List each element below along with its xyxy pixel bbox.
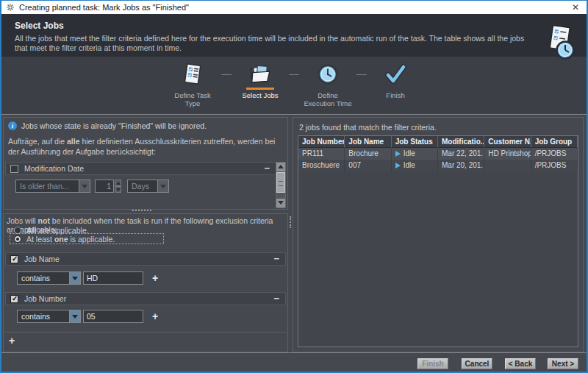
date-value-spinner[interactable] (95, 180, 121, 193)
job-name-operator-dropdown[interactable]: contains (17, 271, 81, 285)
matching-jobs-panel: 2 jobs found that match the filter crite… (293, 117, 584, 352)
job-name-section[interactable]: Job Name − (5, 252, 286, 266)
job-number-checkbox[interactable] (10, 295, 18, 303)
column-header-modification[interactable]: Modificatio... (438, 136, 484, 148)
divider (5, 332, 286, 333)
step-select-jobs[interactable]: Select Jobs (232, 63, 289, 114)
scrollbar-thumb[interactable] (276, 172, 285, 193)
job-number-operator-dropdown[interactable]: contains (17, 310, 81, 323)
planned-task-icon (544, 23, 578, 63)
cell-job-group[interactable]: /PRJOBS (531, 148, 578, 160)
result-count-text: 2 jobs found that match the filter crite… (299, 123, 437, 132)
cell-job-number[interactable]: Broschuere (298, 160, 345, 171)
radio-selected-icon[interactable] (14, 235, 21, 243)
scroll-down-icon[interactable] (276, 199, 285, 207)
inclusion-criteria-panel: i Jobs whose state is already "Finished"… (3, 117, 288, 210)
step-indicator (381, 88, 409, 90)
modification-date-checkbox[interactable] (10, 165, 18, 173)
chevron-down-icon (79, 180, 90, 192)
step-define-task-type[interactable]: Define TaskType (164, 63, 221, 114)
jobs-table: Job Number Job Name Job Status Modificat… (298, 135, 578, 347)
play-icon (395, 163, 401, 168)
chevron-down-icon (157, 180, 168, 192)
step-label: Define Task (174, 91, 210, 99)
collapse-icon[interactable]: − (273, 295, 279, 302)
cell-modification-date[interactable]: Mar 20, 201... (438, 160, 484, 171)
step-label: Finish (386, 91, 404, 99)
next-button[interactable]: Next > (548, 358, 578, 369)
folder-icon (248, 63, 272, 86)
cell-customer[interactable]: HD Printshop (484, 148, 531, 160)
modification-date-label: Modification Date (24, 164, 84, 173)
job-name-value-input[interactable] (83, 271, 143, 285)
cell-job-name[interactable]: Brochure (345, 148, 391, 160)
step-connector (356, 74, 367, 75)
wizard-steps: Define TaskType Select Jobs (1, 57, 587, 114)
chevron-down-icon (69, 310, 80, 322)
checklist-icon (181, 63, 204, 86)
spinner-up-icon[interactable] (115, 180, 121, 186)
cell-job-number[interactable]: PR111 (298, 148, 345, 160)
active-step-indicator (246, 88, 274, 90)
step-indicator (314, 88, 342, 90)
collapse-icon[interactable]: − (264, 165, 270, 172)
exclusion-criteria-panel: Jobs will not be included when the task … (3, 213, 288, 352)
collapse-icon[interactable]: − (273, 255, 279, 263)
back-button[interactable]: < Back (505, 358, 536, 369)
date-unit-dropdown[interactable]: Days (127, 180, 169, 193)
column-header-job-status[interactable]: Job Status (392, 136, 438, 148)
button-bar: Finish Cancel < Back Next > (1, 352, 587, 372)
date-value-input[interactable] (95, 180, 114, 193)
column-header-job-number[interactable]: Job Number (298, 136, 345, 148)
job-number-section[interactable]: Job Number − (5, 292, 286, 305)
criteria-scrollbar[interactable] (276, 162, 286, 208)
column-header-customer[interactable]: Customer N... (484, 136, 531, 148)
column-header-job-group[interactable]: Job Group (531, 136, 578, 148)
step-finish[interactable]: Finish (367, 63, 424, 114)
step-label: Define (318, 91, 337, 99)
checkmark-icon (384, 63, 407, 86)
job-name-checkbox[interactable] (10, 255, 18, 263)
app-logo-icon (6, 3, 15, 12)
add-condition-icon[interactable]: + (152, 311, 158, 322)
chevron-down-icon (69, 272, 80, 284)
modification-date-section[interactable]: Modification Date − (5, 162, 276, 175)
close-icon[interactable]: ✕ (572, 3, 579, 12)
window-title: Creating planned task: Mark Jobs as "Fin… (19, 3, 189, 12)
info-note: Jobs whose state is already "Finished" w… (21, 121, 207, 130)
cancel-button[interactable]: Cancel (462, 358, 492, 369)
job-number-value-input[interactable] (83, 310, 143, 323)
titlebar: Creating planned task: Mark Jobs as "Fin… (1, 1, 587, 14)
wizard-body: i Jobs whose state is already "Finished"… (1, 114, 587, 352)
cell-job-group[interactable]: /PRJOBS (531, 160, 578, 171)
cell-job-name[interactable]: 007 (345, 160, 391, 171)
vertical-splitter[interactable] (290, 216, 292, 228)
date-operator-dropdown[interactable]: Is older than... (15, 180, 90, 193)
spinner-down-icon[interactable] (115, 186, 121, 193)
add-condition-icon[interactable]: + (152, 273, 158, 283)
add-criterion-icon[interactable]: + (9, 335, 15, 346)
german-note: Aufträge, auf die alle hier definierten … (8, 136, 284, 157)
horizontal-splitter[interactable] (132, 210, 151, 212)
radio-one-applicable[interactable]: At least one is applicable. (14, 235, 115, 244)
step-define-execution-time[interactable]: DefineExecution Time (299, 63, 356, 114)
page-title: Select Jobs (15, 21, 64, 31)
wizard-header: Select Jobs All the jobs that meet the f… (1, 14, 587, 57)
scroll-up-icon[interactable] (276, 163, 285, 171)
play-icon (395, 151, 401, 157)
step-connector (289, 74, 299, 75)
cell-customer[interactable] (484, 160, 531, 171)
clock-icon (316, 63, 340, 86)
step-label: Select Jobs (242, 91, 278, 99)
page-description: All the jobs that meet the filter criter… (15, 34, 529, 53)
step-connector (221, 74, 232, 75)
cell-job-status[interactable]: Idle (392, 148, 438, 160)
cell-job-status[interactable]: Idle (392, 160, 438, 171)
job-number-label: Job Number (24, 294, 66, 303)
step-indicator (179, 88, 207, 90)
info-icon: i (8, 121, 17, 130)
finish-button[interactable]: Finish (417, 358, 448, 369)
wizard-window: Creating planned task: Mark Jobs as "Fin… (0, 0, 588, 373)
column-header-job-name[interactable]: Job Name (345, 136, 391, 148)
cell-modification-date[interactable]: Mar 22, 201... (438, 148, 484, 160)
